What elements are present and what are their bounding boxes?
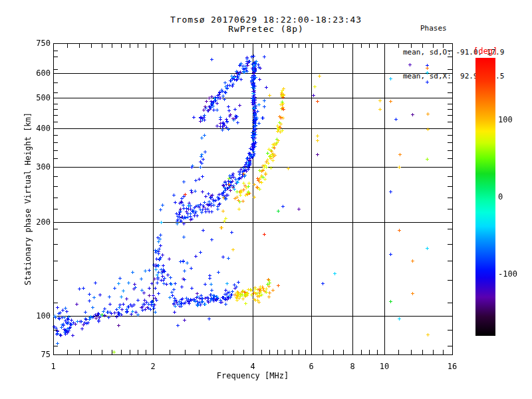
ionogram-screen: Tromsø 20170629 18:22:00-18:23:43 RwPret…: [0, 0, 532, 399]
scatter-canvas: [0, 0, 532, 399]
y-tick-label-600: 600: [19, 68, 51, 78]
y-tick-label-500: 500: [19, 93, 51, 102]
y-tick-label-750: 750: [19, 39, 51, 48]
x-axis-title: Frequency [MHz]: [186, 371, 319, 380]
colorbar-gradient: [475, 58, 495, 336]
x-tick-label-1: 1: [40, 362, 66, 371]
x-tick-label-2: 2: [140, 362, 166, 371]
x-tick-label-10: 10: [371, 362, 398, 371]
y-tick-label-100: 100: [19, 311, 51, 321]
x-tick-label-16: 16: [439, 362, 466, 371]
colorbar-tick-label-0: 0: [498, 192, 503, 201]
colorbar-unit-label: [deg]: [473, 47, 497, 56]
x-tick-label-4: 4: [239, 362, 266, 371]
y-axis-title: Stationary phase Virtual Height [km]: [23, 112, 33, 285]
colorbar-tick-label-100: 100: [498, 115, 513, 124]
colorbar-tick-label--100: -100: [498, 269, 517, 279]
x-tick-label-6: 6: [298, 362, 325, 371]
y-tick-label-75: 75: [19, 350, 51, 359]
x-tick-label-8: 8: [339, 362, 366, 371]
